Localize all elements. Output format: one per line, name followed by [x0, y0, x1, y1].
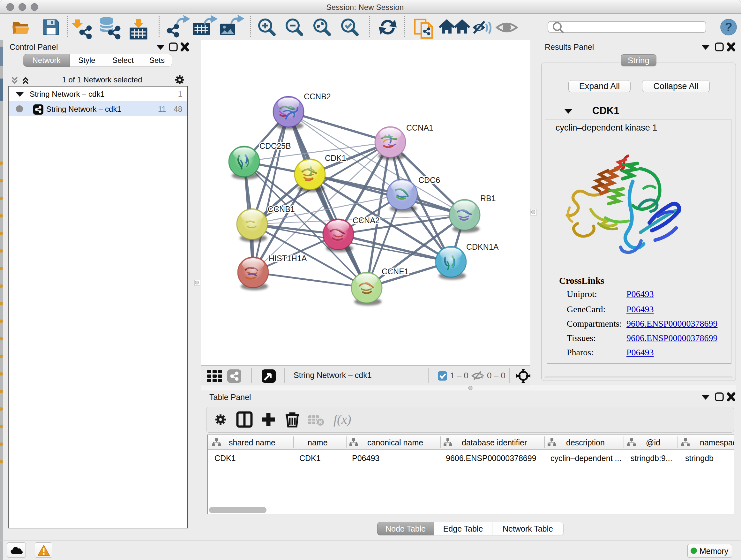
svg-text:CDC25B: CDC25B — [259, 141, 291, 150]
svg-text:database identifier: database identifier — [462, 438, 527, 447]
svg-text:CCNE1: CCNE1 — [382, 267, 409, 276]
svg-text:canonical name: canonical name — [367, 438, 423, 447]
svg-text:HIST1H1A: HIST1H1A — [269, 254, 307, 263]
svg-text:RB1: RB1 — [480, 194, 496, 203]
svg-text:CCNB1: CCNB1 — [268, 205, 295, 213]
svg-text:String Network – cdk1: String Network – cdk1 — [293, 371, 372, 380]
svg-text:CCNA1: CCNA1 — [406, 123, 433, 132]
svg-text:description: description — [566, 438, 605, 447]
svg-text:namespac: namespac — [700, 438, 734, 447]
svg-text:CDKN1A: CDKN1A — [466, 242, 499, 251]
svg-text:CDK1: CDK1 — [325, 153, 346, 163]
svg-text:CCNB2: CCNB2 — [304, 92, 331, 101]
svg-text:@id: @id — [646, 438, 660, 447]
svg-text:1 – 0: 1 – 0 — [450, 371, 468, 380]
svg-text:?: ? — [725, 20, 732, 34]
svg-text:0 – 0: 0 – 0 — [487, 371, 506, 380]
svg-text:shared name: shared name — [229, 438, 275, 447]
svg-text:f(x): f(x) — [333, 412, 351, 427]
svg-text:CCNA2: CCNA2 — [353, 216, 380, 225]
svg-text:CDC6: CDC6 — [418, 176, 440, 185]
svg-text:name: name — [308, 438, 328, 447]
